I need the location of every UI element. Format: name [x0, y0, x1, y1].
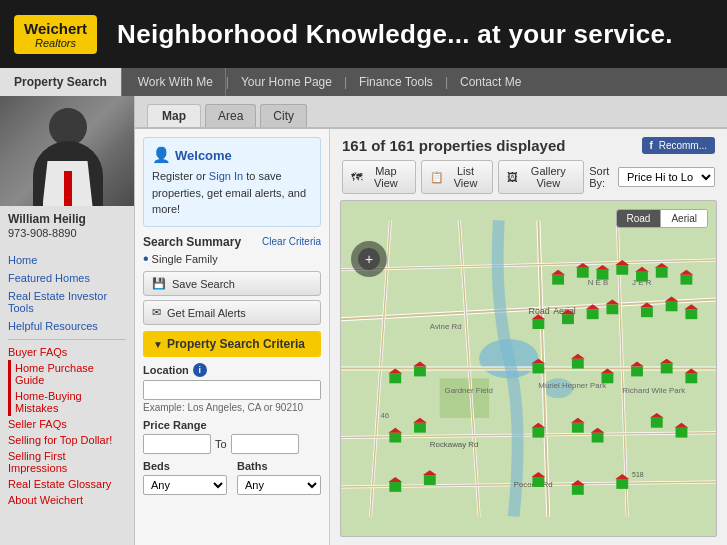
svg-rect-58	[666, 301, 678, 311]
sidebar-item-buyer-faqs[interactable]: Buyer FAQs	[8, 344, 126, 360]
nav-item-property-search[interactable]: Property Search	[0, 68, 122, 96]
summary-item-single-family: • Single Family	[143, 253, 321, 266]
svg-text:Rockaway Rd: Rockaway Rd	[430, 440, 479, 449]
search-summary-header: Search Summary Clear Criteria	[143, 235, 321, 249]
info-icon[interactable]: i	[193, 363, 207, 377]
header: Weichert Realtors Neighborhood Knowledge…	[0, 0, 727, 68]
svg-rect-34	[552, 275, 564, 285]
price-range-inputs: To	[143, 434, 321, 454]
logo-weichert: Weichert	[24, 20, 87, 37]
compass-inner: +	[358, 248, 380, 270]
agent-tie	[64, 171, 72, 206]
welcome-title: 👤 Welcome	[152, 146, 312, 164]
sidebar-item-home-buying-mistakes[interactable]: Home-Buying Mistakes	[8, 388, 126, 416]
location-group: Location i Example: Los Angeles, CA or 9…	[143, 363, 321, 413]
svg-text:Richard Wile Park: Richard Wile Park	[622, 386, 685, 395]
sidebar-item-home[interactable]: Home	[8, 251, 126, 269]
svg-rect-70	[602, 373, 614, 383]
svg-rect-48	[532, 319, 544, 329]
gallery-view-button[interactable]: 🖼 Gallery View	[498, 160, 584, 194]
sort-select[interactable]: Price Hi to Lo	[618, 167, 715, 187]
price-max-input[interactable]	[231, 434, 299, 454]
sidebar-item-helpful-resources[interactable]: Helpful Resources	[8, 317, 126, 335]
agent-info: William Heilig 973-908-8890	[0, 206, 134, 251]
price-min-input[interactable]	[143, 434, 211, 454]
sidebar-item-selling-top-dollar[interactable]: Selling for Top Dollar!	[8, 432, 126, 448]
svg-rect-98	[572, 485, 584, 495]
svg-rect-50	[562, 314, 574, 324]
svg-text:Muriel Hepner Park: Muriel Hepner Park	[538, 381, 606, 390]
content-inner: 👤 Welcome Register or Sign In to save pr…	[135, 129, 727, 545]
sidebar-item-investor-tools[interactable]: Real Estate Investor Tools	[8, 287, 126, 317]
map-tab-road[interactable]: Road	[617, 210, 661, 227]
map-type-tabs: Road Aerial	[616, 209, 708, 228]
nav-item-finance-tools[interactable]: Finance Tools	[347, 68, 445, 96]
svg-rect-46	[680, 275, 692, 285]
main: William Heilig 973-908-8890 Home Feature…	[0, 96, 727, 545]
sidebar-links: Home Featured Homes Real Estate Investor…	[0, 251, 134, 335]
sort-area: Sort By: Price Hi to Lo	[589, 165, 715, 189]
clear-criteria-link[interactable]: Clear Criteria	[262, 236, 321, 247]
price-range-group: Price Range To	[143, 419, 321, 454]
svg-rect-76	[685, 373, 697, 383]
nav-item-your-home-page[interactable]: Your Home Page	[229, 68, 344, 96]
beds-select[interactable]: Any	[143, 475, 227, 495]
svg-rect-92	[389, 482, 401, 492]
agent-photo	[0, 96, 135, 206]
nav-item-contact-me[interactable]: Contact Me	[448, 68, 533, 96]
sidebar-item-about-weichert[interactable]: About Weichert	[8, 492, 126, 508]
price-range-label: Price Range	[143, 419, 321, 431]
save-search-button[interactable]: 💾 Save Search	[143, 271, 321, 296]
sidebar-item-seller-faqs[interactable]: Seller FAQs	[8, 416, 126, 432]
location-hint: Example: Los Angeles, CA or 90210	[143, 402, 321, 413]
tab-city[interactable]: City	[260, 104, 307, 127]
map-area: 161 of 161 properties displayed f Recomm…	[330, 129, 727, 545]
svg-rect-64	[414, 367, 426, 377]
logo-realtors: Realtors	[35, 37, 76, 49]
logo: Weichert Realtors	[14, 15, 97, 54]
save-icon: 💾	[152, 277, 166, 290]
triangle-icon: ▼	[153, 339, 163, 350]
svg-text:Road: Road	[529, 306, 550, 316]
location-input[interactable]	[143, 380, 321, 400]
tab-map[interactable]: Map	[147, 104, 201, 127]
list-view-button[interactable]: 📋 List View	[421, 160, 494, 194]
properties-count: 161 of 161 properties displayed	[342, 137, 565, 154]
baths-select[interactable]: Any	[237, 475, 321, 495]
tab-area[interactable]: Area	[205, 104, 256, 127]
get-email-alerts-button[interactable]: ✉ Get Email Alerts	[143, 300, 321, 325]
svg-rect-94	[424, 475, 436, 485]
svg-rect-44	[656, 268, 668, 278]
sidebar-links-red: Buyer FAQs Home Purchase Guide Home-Buyi…	[0, 344, 134, 508]
svg-text:518: 518	[632, 471, 644, 478]
sidebar: William Heilig 973-908-8890 Home Feature…	[0, 96, 135, 545]
sidebar-item-home-purchase-guide[interactable]: Home Purchase Guide	[8, 360, 126, 388]
criteria-header[interactable]: ▼ Property Search Criteria	[143, 331, 321, 357]
search-panel: 👤 Welcome Register or Sign In to save pr…	[135, 129, 330, 545]
map-svg: Road Aerial Avine Rd N E B J E R Muriel …	[341, 201, 716, 536]
svg-rect-72	[631, 367, 643, 377]
search-summary: Search Summary Clear Criteria • Single F…	[143, 235, 321, 266]
svg-text:Gardner Field: Gardner Field	[445, 386, 493, 395]
sidebar-item-real-estate-glossary[interactable]: Real Estate Glossary	[8, 476, 126, 492]
map-view-button[interactable]: 🗺 Map View	[342, 160, 416, 194]
baths-label: Baths	[237, 460, 321, 472]
map-tab-aerial[interactable]: Aerial	[661, 210, 707, 227]
svg-rect-62	[389, 373, 401, 383]
sidebar-item-selling-first-impressions[interactable]: Selling First Impressions	[8, 448, 126, 476]
fb-icon: f	[650, 140, 653, 151]
action-buttons: 💾 Save Search ✉ Get Email Alerts	[143, 271, 321, 325]
fb-recommend[interactable]: f Recomm...	[642, 137, 715, 154]
svg-rect-74	[661, 364, 673, 374]
svg-rect-36	[577, 268, 589, 278]
sidebar-item-featured-homes[interactable]: Featured Homes	[8, 269, 126, 287]
view-buttons-row: 🗺 Map View 📋 List View 🖼 Gallery View So…	[330, 158, 727, 200]
map-nav-control[interactable]: +	[351, 241, 387, 277]
svg-rect-90	[676, 428, 688, 438]
svg-text:Avine Rd: Avine Rd	[430, 322, 462, 331]
gallery-view-icon: 🖼	[507, 171, 518, 183]
svg-rect-60	[685, 309, 697, 319]
results-header: 161 of 161 properties displayed f Recomm…	[330, 129, 727, 158]
nav-item-work-with-me[interactable]: Work With Me	[126, 68, 226, 96]
sign-in-link[interactable]: Sign In	[209, 170, 243, 182]
